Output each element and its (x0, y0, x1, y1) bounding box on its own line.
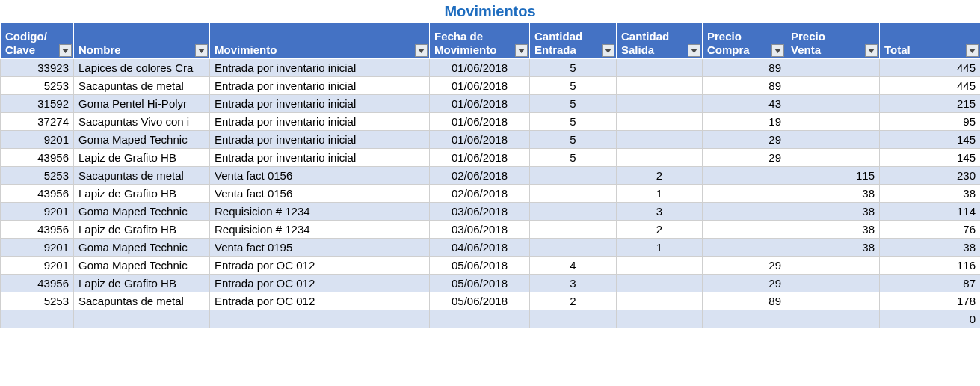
table-row[interactable]: 9201Goma Maped TechnicEntrada por OC 012… (1, 257, 981, 275)
cell-codigo[interactable]: 43956 (1, 275, 74, 292)
cell-pv[interactable]: 38 (786, 185, 880, 203)
cell-ent[interactable] (530, 221, 617, 239)
header-fecha[interactable]: Fecha de Movimiento (430, 23, 530, 59)
cell-pv[interactable] (786, 95, 880, 113)
header-precio-venta[interactable]: Precio Venta (786, 23, 880, 59)
cell-codigo[interactable]: 43956 (1, 185, 74, 203)
cell-fecha[interactable]: 01/06/2018 (430, 59, 530, 77)
cell-nombre[interactable]: Lapiz de Grafito HB (74, 275, 210, 292)
cell-fecha[interactable]: 01/06/2018 (430, 149, 530, 167)
cell-mov[interactable]: Venta fact 0156 (210, 167, 430, 185)
cell-ent[interactable] (530, 310, 617, 328)
cell-tot[interactable]: 215 (880, 95, 981, 113)
table-row[interactable]: 43956Lapiz de Grafito HBVenta fact 01560… (1, 185, 981, 203)
cell-nombre[interactable]: Sacapuntas de metal (74, 77, 210, 95)
cell-mov[interactable] (210, 310, 430, 328)
cell-mov[interactable]: Entrada por inventario inicial (210, 113, 430, 131)
table-row[interactable]: 9201Goma Maped TechnicEntrada por invent… (1, 131, 981, 149)
cell-sal[interactable]: 2 (617, 167, 703, 185)
cell-pv[interactable] (786, 292, 880, 310)
cell-codigo[interactable]: 5253 (1, 167, 74, 185)
cell-fecha[interactable]: 03/06/2018 (430, 203, 530, 221)
cell-fecha[interactable]: 02/06/2018 (430, 167, 530, 185)
cell-nombre[interactable]: Lapiz de Grafito HB (74, 149, 210, 167)
cell-ent[interactable] (530, 167, 617, 185)
header-entrada[interactable]: Cantidad Entrada (530, 23, 617, 59)
cell-tot[interactable]: 230 (880, 167, 981, 185)
cell-codigo[interactable]: 31592 (1, 95, 74, 113)
cell-tot[interactable]: 145 (880, 149, 981, 167)
cell-mov[interactable]: Entrada por inventario inicial (210, 149, 430, 167)
cell-mov[interactable]: Requisicion # 1234 (210, 203, 430, 221)
cell-tot[interactable]: 76 (880, 221, 981, 239)
cell-tot[interactable]: 116 (880, 257, 981, 275)
cell-mov[interactable]: Requisicion # 1234 (210, 221, 430, 239)
cell-pc[interactable]: 89 (703, 59, 786, 77)
table-row[interactable]: 9201Goma Maped TechnicRequisicion # 1234… (1, 203, 981, 221)
filter-dropdown-icon[interactable] (59, 44, 72, 57)
cell-pc[interactable]: 89 (703, 77, 786, 95)
cell-tot[interactable]: 114 (880, 203, 981, 221)
cell-codigo[interactable]: 9201 (1, 203, 74, 221)
cell-ent[interactable]: 4 (530, 257, 617, 275)
cell-ent[interactable]: 5 (530, 113, 617, 131)
table-row[interactable]: 9201Goma Maped TechnicVenta fact 019504/… (1, 239, 981, 257)
cell-ent[interactable] (530, 203, 617, 221)
cell-fecha[interactable] (430, 310, 530, 328)
cell-tot[interactable]: 38 (880, 239, 981, 257)
table-row[interactable]: 31592Goma Pentel Hi-PolyrEntrada por inv… (1, 95, 981, 113)
cell-pv[interactable]: 38 (786, 239, 880, 257)
cell-codigo[interactable]: 9201 (1, 257, 74, 275)
filter-dropdown-icon[interactable] (688, 44, 700, 57)
cell-pc[interactable]: 89 (703, 292, 786, 310)
cell-nombre[interactable]: Sacapuntas de metal (74, 167, 210, 185)
cell-fecha[interactable]: 01/06/2018 (430, 95, 530, 113)
cell-tot[interactable]: 145 (880, 131, 981, 149)
cell-sal[interactable]: 1 (617, 239, 703, 257)
filter-dropdown-icon[interactable] (966, 44, 979, 57)
cell-pc[interactable]: 43 (703, 95, 786, 113)
cell-nombre[interactable]: Lapices de colores Cra (74, 59, 210, 77)
cell-pc[interactable]: 29 (703, 149, 786, 167)
cell-pc[interactable] (703, 167, 786, 185)
cell-pv[interactable]: 38 (786, 203, 880, 221)
cell-sal[interactable] (617, 77, 703, 95)
table-row[interactable]: 43956Lapiz de Grafito HBEntrada por OC 0… (1, 275, 981, 292)
cell-mov[interactable]: Entrada por inventario inicial (210, 131, 430, 149)
cell-tot[interactable]: 445 (880, 59, 981, 77)
cell-fecha[interactable]: 03/06/2018 (430, 221, 530, 239)
cell-sal[interactable] (617, 275, 703, 292)
cell-pv[interactable] (786, 77, 880, 95)
cell-mov[interactable]: Entrada por inventario inicial (210, 59, 430, 77)
table-row[interactable]: 43956Lapiz de Grafito HBEntrada por inve… (1, 149, 981, 167)
cell-codigo[interactable]: 9201 (1, 131, 74, 149)
filter-dropdown-icon[interactable] (515, 44, 528, 57)
filter-dropdown-icon[interactable] (415, 44, 428, 57)
cell-pc[interactable] (703, 310, 786, 328)
cell-sal[interactable] (617, 292, 703, 310)
cell-ent[interactable]: 3 (530, 275, 617, 292)
header-precio-compra[interactable]: Precio Compra (703, 23, 786, 59)
cell-ent[interactable]: 2 (530, 292, 617, 310)
cell-ent[interactable] (530, 239, 617, 257)
cell-tot[interactable]: 87 (880, 275, 981, 292)
cell-fecha[interactable]: 05/06/2018 (430, 292, 530, 310)
cell-sal[interactable]: 2 (617, 221, 703, 239)
cell-pv[interactable]: 38 (786, 221, 880, 239)
cell-ent[interactable]: 5 (530, 149, 617, 167)
cell-fecha[interactable]: 05/06/2018 (430, 257, 530, 275)
table-row[interactable]: 5253Sacapuntas de metalEntrada por OC 01… (1, 292, 981, 310)
cell-pv[interactable] (786, 149, 880, 167)
filter-dropdown-icon[interactable] (865, 44, 878, 57)
cell-mov[interactable]: Venta fact 0195 (210, 239, 430, 257)
table-row[interactable]: 43956Lapiz de Grafito HBRequisicion # 12… (1, 221, 981, 239)
cell-pv[interactable] (786, 310, 880, 328)
cell-sal[interactable]: 3 (617, 203, 703, 221)
cell-mov[interactable]: Entrada por inventario inicial (210, 95, 430, 113)
cell-sal[interactable] (617, 131, 703, 149)
cell-mov[interactable]: Entrada por OC 012 (210, 292, 430, 310)
cell-codigo[interactable]: 43956 (1, 149, 74, 167)
header-movimiento[interactable]: Movimiento (210, 23, 430, 59)
cell-fecha[interactable]: 01/06/2018 (430, 113, 530, 131)
cell-tot[interactable]: 178 (880, 292, 981, 310)
